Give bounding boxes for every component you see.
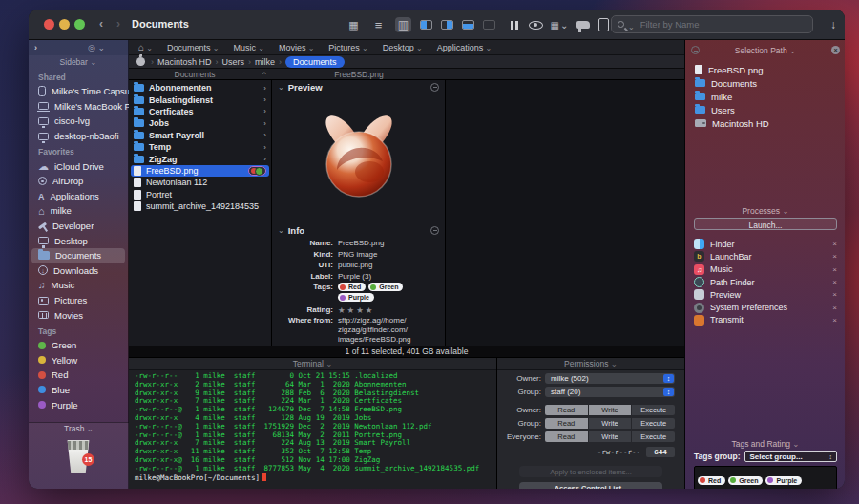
sidebar-tag-yellow[interactable]: Yellow (29, 353, 128, 368)
selection-path-item-file[interactable]: FreeBSD.png (685, 63, 845, 76)
filter-field[interactable] (611, 15, 813, 33)
quit-process-icon[interactable] (832, 278, 837, 286)
forward-button[interactable]: › (116, 17, 120, 31)
sidebar-item-desktop[interactable]: Desktop (29, 233, 128, 248)
sidebar-item-documents[interactable]: Documents (31, 248, 125, 263)
sidebar-header[interactable]: Sidebar (29, 55, 128, 69)
terminal-prompt[interactable]: milke@MacBookPro[~/Documents] (135, 473, 491, 482)
sidebar-tag-purple[interactable]: Purple (29, 397, 128, 412)
tag-pill-purple[interactable]: Purple (338, 293, 374, 302)
process-row-music[interactable]: ♫ Music (685, 263, 845, 276)
file-row[interactable]: Newtonlaan 112 (129, 177, 271, 188)
file-row-folder[interactable]: ZigZag (129, 153, 271, 164)
sidebar-item-pictures[interactable]: Pictures (29, 293, 128, 308)
group-read-toggle[interactable]: Read (545, 418, 588, 429)
list-view-button[interactable] (370, 17, 387, 32)
back-button[interactable]: ‹ (99, 17, 103, 31)
octal-value-field[interactable]: 644 (646, 447, 675, 457)
process-row-preview[interactable]: Preview (685, 288, 845, 301)
sidebar-tag-red[interactable]: Red (29, 368, 128, 383)
tag-pill-red[interactable]: Red (698, 476, 725, 485)
search-scope-chevron-icon[interactable] (628, 16, 635, 33)
apply-to-enclosed-button[interactable]: Apply to enclosed items... (519, 466, 662, 477)
selection-path-item-folder[interactable]: Documents (685, 76, 845, 90)
owner-write-toggle[interactable]: Write (589, 405, 632, 415)
group-execute-toggle[interactable]: Execute (632, 418, 675, 429)
file-row[interactable]: Portret (129, 189, 271, 200)
file-row-folder[interactable]: Certficates (129, 106, 271, 117)
minimize-window-button[interactable] (59, 19, 70, 30)
owner-select[interactable]: milke (502) (545, 373, 675, 384)
breadcrumb-current-documents[interactable]: Documents (285, 56, 345, 68)
filter-input[interactable] (639, 18, 807, 31)
file-row[interactable]: summit_archive_1492184535 (129, 200, 271, 212)
applications-menu-dropdown[interactable]: Applications (437, 43, 492, 52)
apple-icon[interactable] (136, 57, 145, 66)
sidebar-view-selector-icon[interactable] (88, 43, 105, 52)
download-arrow-icon[interactable] (830, 18, 836, 32)
preview-eye-button[interactable] (529, 21, 543, 30)
close-window-button[interactable] (44, 19, 54, 30)
music-menu-dropdown[interactable]: Music (233, 43, 263, 52)
sidebar-item-icloud-drive[interactable]: iCloud Drive (29, 158, 128, 174)
pictures-menu-dropdown[interactable]: Pictures (328, 43, 367, 52)
split-left-pane-button[interactable] (420, 20, 432, 30)
sidebar-item-time-capsule[interactable]: Milke's Time Capsule (29, 84, 128, 99)
split-bottom-pane-button[interactable] (462, 20, 474, 30)
sidebar-item-home-milke[interactable]: milke (29, 203, 128, 219)
empty-browser-column[interactable] (446, 80, 684, 346)
process-row-pathfinder[interactable]: Path Finder (685, 276, 845, 288)
sidebar-item-cisco-lvg[interactable]: cisco-lvg (29, 114, 128, 129)
breadcrumb-macintosh-hd[interactable]: Macintosh HD (157, 57, 212, 67)
tools-icon[interactable] (576, 21, 590, 29)
quit-process-icon[interactable] (832, 316, 837, 325)
group-write-toggle[interactable]: Write (589, 418, 632, 429)
everyone-execute-toggle[interactable]: Execute (632, 431, 675, 442)
tag-pill-purple[interactable]: Purple (765, 476, 802, 485)
sidebar-tag-blue[interactable]: Blue (29, 383, 128, 398)
process-row-sysprefs[interactable]: System Preferences (685, 301, 845, 313)
documents-menu-dropdown[interactable]: Documents (167, 43, 219, 52)
tag-pill-green[interactable]: Green (728, 476, 763, 485)
file-row-selected-freebsd[interactable]: FreeBSD.png (131, 165, 269, 177)
desktop-menu-dropdown[interactable]: Desktop (383, 43, 423, 52)
file-row-folder[interactable]: Smart Payroll (129, 130, 271, 141)
collapse-pane-icon[interactable] (430, 83, 439, 92)
quit-process-icon[interactable] (832, 265, 837, 274)
tag-pill-green[interactable]: Green (368, 283, 403, 291)
split-top-pane-button[interactable] (483, 20, 495, 30)
file-row-folder[interactable]: Belastingdienst (129, 94, 271, 105)
permissions-pane-header[interactable]: Permissions (497, 358, 684, 370)
terminal-pane-header[interactable]: Terminal (129, 358, 496, 370)
sidebar-item-airdrop[interactable]: AirDrop (29, 174, 128, 189)
owner-read-toggle[interactable]: Read (545, 405, 588, 415)
selection-path-item-folder[interactable]: milke (685, 90, 845, 103)
sidebar-expand-chevron-icon[interactable]: › (34, 43, 37, 52)
preview-section-header[interactable]: Preview (272, 80, 445, 94)
quit-process-icon[interactable] (832, 304, 837, 312)
file-row-folder[interactable]: Temp (129, 141, 271, 153)
sidebar-tag-green[interactable]: Green (29, 338, 128, 353)
everyone-write-toggle[interactable]: Write (589, 431, 632, 442)
info-section-header[interactable]: Info (272, 223, 445, 237)
sidebar-item-applications[interactable]: Applications (29, 189, 128, 204)
close-drawer-icon[interactable] (831, 46, 840, 54)
collapse-pane-icon[interactable] (430, 226, 439, 235)
selection-path-item-folder[interactable]: Users (685, 103, 845, 116)
column-view-button[interactable] (395, 17, 411, 32)
zoom-window-button[interactable] (74, 19, 85, 30)
sidebar-item-movies[interactable]: Movies (29, 307, 128, 323)
breadcrumb-users[interactable]: Users (222, 57, 245, 67)
titlebar[interactable]: ‹ › Documents (29, 10, 845, 40)
access-control-list-button[interactable]: Access Control List... (519, 482, 662, 489)
sidebar-item-downloads[interactable]: Downloads (29, 263, 128, 279)
new-document-button[interactable] (598, 18, 609, 32)
process-row-launchbar[interactable]: b LaunchBar (685, 250, 845, 262)
sidebar-item-macbook-pro[interactable]: Milke's MacBook Pro (29, 99, 128, 115)
quit-process-icon[interactable] (832, 252, 837, 261)
info-rating-stars[interactable]: ★★★★ (338, 305, 441, 315)
selection-path-title[interactable]: Selection Path (700, 46, 831, 55)
file-row-folder[interactable]: Jobs (129, 117, 271, 129)
process-row-transmit[interactable]: Transmit (685, 314, 845, 326)
tags-rating-title[interactable]: Tags and Rating (691, 439, 840, 449)
